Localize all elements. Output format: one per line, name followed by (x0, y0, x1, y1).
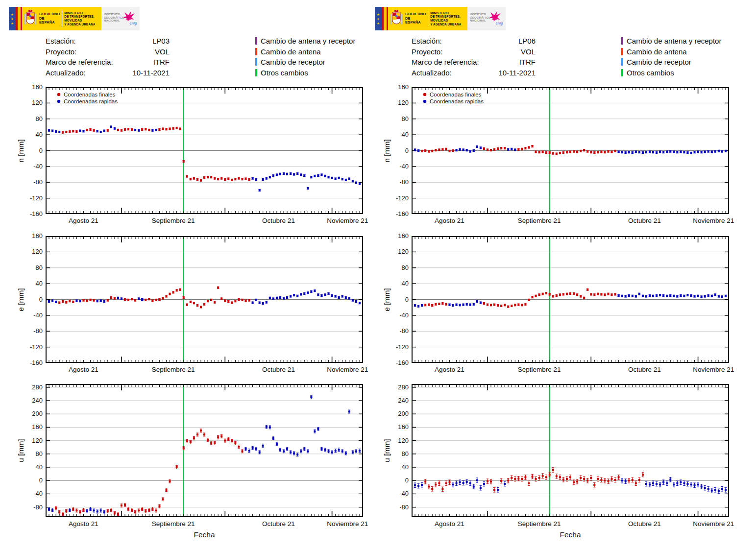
x-month-label: Noviembre 21 (693, 520, 734, 527)
x-month-label: Agosto 21 (435, 366, 464, 373)
ministerio-text: MINISTERIODE TRANSPORTES, MOVILIDADY AGE… (430, 11, 467, 26)
chart-lp03-n: Coordenadas finalesCoordenadas rapidas16… (46, 87, 363, 214)
station-info-lp06: Estación:LP06 Proyecto:VOL Marco de refe… (412, 36, 536, 78)
x-month-label: Agosto 21 (69, 217, 98, 224)
y-axis-title: n [mm] (7, 87, 35, 214)
banner-divider (62, 10, 62, 27)
info-row: Actualizado:10-11-2021 (46, 68, 170, 78)
info-row: Actualizado:10-11-2021 (412, 68, 536, 78)
legend-item: Cambio de receptor (255, 57, 355, 68)
legend-item: Cambio de antena y receptor (621, 36, 721, 47)
chart-lp06-n: Coordenadas finalesCoordenadas rapidas16… (412, 87, 729, 214)
banner-divider (428, 10, 428, 27)
ign-government-logo: ★★★ GOBIERNODE ESPAÑA MINISTERIODE TRANS… (375, 7, 506, 30)
info-row: Marco de referencia:ITRF (46, 57, 170, 68)
x-month-label: Octubre 21 (628, 366, 661, 373)
plot-LP06-u (412, 384, 729, 517)
x-month-label: Agosto 21 (435, 520, 464, 527)
x-month-label: Septiembre 21 (518, 520, 561, 527)
eu-flag-icon: ★★★ (375, 7, 382, 30)
legend-item: Cambio de antena (621, 47, 721, 57)
legend-color-bar (621, 37, 623, 45)
legend-color-bar (255, 58, 257, 66)
x-month-label: Octubre 21 (262, 366, 295, 373)
cnig-label: cnig (130, 22, 137, 25)
x-month-label: Septiembre 21 (152, 217, 195, 224)
x-month-label: Octubre 21 (262, 520, 295, 527)
legend-item: Cambio de antena (255, 47, 355, 57)
station-info-lp03: Estación:LP03 Proyecto:VOL Marco de refe… (46, 36, 170, 78)
y-axis-title: u [mm] (373, 384, 401, 517)
coat-of-arms-icon (24, 9, 37, 28)
legend-color-bar (255, 69, 257, 76)
x-month-label: Noviembre 21 (327, 366, 368, 373)
x-month-label: Agosto 21 (69, 520, 98, 527)
legend-color-bar (255, 37, 257, 45)
event-legend: Cambio de antena y receptor Cambio de an… (621, 36, 721, 78)
y-axis-title: e [mm] (373, 236, 401, 363)
station-id: LP06 (518, 36, 536, 47)
plot-LP03-n: Coordenadas finalesCoordenadas rapidas (46, 87, 363, 214)
legend-item: Cambio de receptor (621, 57, 721, 68)
chart-lp06-u: 28024020016012080400-40-80u [mm]Agosto 2… (412, 384, 729, 517)
report-page: ★★★ GOBIERNODE ESPAÑA MINISTERIODE TRANS… (0, 0, 756, 551)
svg-text:Coordenadas rapidas: Coordenadas rapidas (64, 98, 118, 104)
chart-lp03-u: 28024020016012080400-40-80u [mm]Agosto 2… (46, 384, 363, 517)
plot-LP06-n: Coordenadas finalesCoordenadas rapidas (412, 87, 729, 214)
x-month-label: Septiembre 21 (152, 366, 195, 373)
y-axis-title: n [mm] (373, 87, 401, 214)
legend-item: Cambio de antena y receptor (255, 36, 355, 47)
x-month-label: Noviembre 21 (693, 366, 734, 373)
government-banner: GOBIERNODE ESPAÑA MINISTERIODE TRANSPORT… (22, 7, 101, 30)
y-axis-title: u [mm] (7, 384, 35, 517)
plot-LP06-e (412, 236, 729, 363)
x-axis-title: Fecha (46, 530, 363, 539)
x-month-label: Octubre 21 (262, 217, 295, 224)
station-id: LP03 (152, 36, 170, 47)
x-month-label: Agosto 21 (435, 217, 464, 224)
ministerio-text: MINISTERIODE TRANSPORTES, MOVILIDADY AGE… (64, 11, 101, 26)
eu-flag-icon: ★★★ (9, 7, 16, 30)
cnig-label: cnig (496, 22, 503, 25)
x-month-label: Octubre 21 (628, 217, 661, 224)
info-row: Estación:LP03 (46, 36, 170, 47)
svg-text:Coordenadas finales: Coordenadas finales (64, 92, 116, 97)
legend-color-bar (621, 58, 623, 66)
y-axis-title: e [mm] (7, 236, 35, 363)
chart-lp03-e: 16012080400-40-80-120-160e [mm]Agosto 21… (46, 236, 363, 363)
ign-block: INSTITUTOGEOGRÁFICONACIONAL cnig (467, 7, 506, 30)
x-month-label: Octubre 21 (628, 520, 661, 527)
x-month-label: Noviembre 21 (693, 217, 734, 224)
cnig-splash-icon (488, 11, 502, 22)
coat-of-arms-icon (390, 9, 403, 28)
plot-LP03-u (46, 384, 363, 517)
x-month-label: Septiembre 21 (152, 520, 195, 527)
chart-lp06-e: 16012080400-40-80-120-160e [mm]Agosto 21… (412, 236, 729, 363)
legend-color-bar (621, 48, 623, 55)
x-month-label: Noviembre 21 (327, 217, 368, 224)
event-legend: Cambio de antena y receptor Cambio de an… (255, 36, 355, 78)
gobierno-text: GOBIERNODE ESPAÑA (405, 12, 426, 25)
ign-block: INSTITUTOGEOGRÁFICONACIONAL cnig (101, 7, 140, 30)
x-month-label: Noviembre 21 (327, 520, 368, 527)
cnig-splash-icon (122, 11, 136, 22)
government-banner: GOBIERNODE ESPAÑA MINISTERIODE TRANSPORT… (388, 7, 467, 30)
info-row: Proyecto:VOL (412, 47, 536, 57)
ign-government-logo: ★★★ GOBIERNODE ESPAÑA MINISTERIODE TRANS… (9, 7, 140, 30)
gobierno-text: GOBIERNODE ESPAÑA (39, 12, 60, 25)
x-axis-title: Fecha (412, 530, 729, 539)
spain-flag-icon (16, 7, 22, 30)
svg-text:Coordenadas rapidas: Coordenadas rapidas (430, 98, 484, 104)
legend-item: Otros cambios (621, 68, 721, 78)
spain-flag-icon (382, 7, 388, 30)
info-row: Proyecto:VOL (46, 47, 170, 57)
legend-item: Otros cambios (255, 68, 355, 78)
legend-color-bar (255, 48, 257, 55)
x-month-label: Septiembre 21 (518, 217, 561, 224)
info-row: Estación:LP06 (412, 36, 536, 47)
x-month-label: Agosto 21 (69, 366, 98, 373)
x-month-label: Septiembre 21 (518, 366, 561, 373)
svg-text:Coordenadas finales: Coordenadas finales (430, 92, 482, 97)
plot-LP03-e (46, 236, 363, 363)
info-row: Marco de referencia:ITRF (412, 57, 536, 68)
